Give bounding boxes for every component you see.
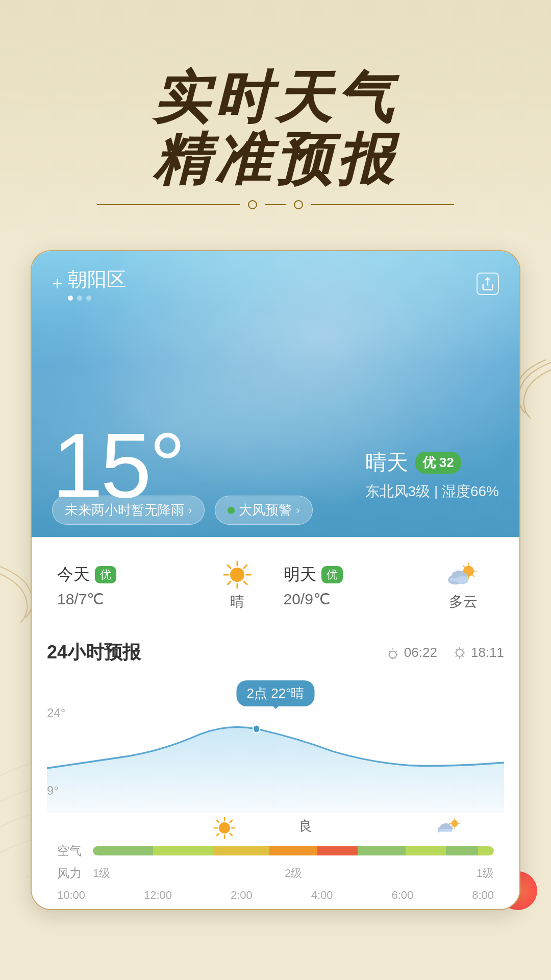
air-quality-label-area: 良 [299, 815, 312, 841]
svg-line-55 [217, 820, 219, 822]
svg-point-40 [456, 649, 463, 656]
sunrise-icon [386, 646, 400, 660]
weather-info-panel: 晴天 优 32 东北风3级 | 湿度66% [365, 448, 499, 501]
wind-label: 风力 [57, 865, 88, 881]
daily-forecast: 今天 优 18/7℃ [42, 547, 509, 624]
temperature-chart-svg [47, 701, 504, 813]
dot-3 [86, 296, 91, 301]
time-1200: 12:00 [144, 889, 172, 902]
y-label-low: 9° [47, 783, 65, 798]
air-seg-5 [317, 846, 358, 855]
wind-levels: 1级 2级 1级 [93, 866, 494, 881]
svg-point-59 [451, 820, 458, 827]
time-axis: 10:00 12:00 2:00 4:00 6:00 8:00 [47, 887, 504, 909]
app-card: + 朝阳区 [31, 250, 520, 910]
forecast-24h-title: 24小时预报 [47, 640, 141, 665]
sunrise-time: 06:22 [386, 645, 437, 660]
svg-line-57 [230, 820, 232, 822]
sunrise-time-value: 06:22 [404, 645, 437, 660]
wind-warning-alert[interactable]: 大风预警 › [215, 496, 312, 525]
temperature-chart: 2点 22°晴 24° 9° [47, 675, 504, 839]
sunrise-sunset-row: 06:22 [386, 645, 504, 660]
aqi-badge: 优 32 [415, 452, 461, 474]
divider-line-left [97, 204, 240, 205]
no-rain-alert[interactable]: 未来两小时暂无降雨 › [52, 496, 205, 525]
weather-top-bar: + 朝阳区 [52, 266, 499, 301]
tomorrow-badge: 优 [321, 566, 343, 583]
svg-line-56 [230, 834, 232, 836]
dot-2 [77, 296, 82, 301]
time-400: 4:00 [311, 889, 333, 902]
hero-title-main: 实时天气 [153, 66, 398, 128]
air-seg-7 [406, 846, 446, 855]
svg-line-47 [462, 655, 464, 657]
svg-point-49 [253, 725, 260, 732]
add-location-icon[interactable]: + [52, 273, 63, 295]
wind-level-3: 2级 [285, 866, 302, 881]
svg-rect-64 [438, 829, 452, 831]
humidity-info: 湿度66% [442, 483, 499, 499]
tomorrow-day-row: 明天 优 [284, 564, 343, 586]
wind-warning-text: 大风预警 [239, 501, 292, 519]
air-seg-2 [153, 846, 213, 855]
location-name: 朝阳区 [68, 266, 126, 292]
weather-detail: 东北风3级 | 湿度66% [365, 482, 499, 501]
chart-cloud-sun-icon [436, 815, 463, 839]
chart-sun-icon [212, 815, 237, 841]
app-card-wrapper: + 朝阳区 [0, 250, 551, 910]
tomorrow-condition: 多云 [449, 592, 478, 611]
arrow-icon-1: › [188, 504, 192, 517]
svg-line-19 [228, 565, 231, 568]
forecast-24h-section: 24小时预报 [32, 628, 519, 909]
location-row: + 朝阳区 [52, 266, 126, 301]
weather-header: + 朝阳区 [32, 251, 519, 537]
svg-line-37 [389, 651, 390, 652]
wind-row: 风力 1级 2级 1级 [47, 863, 504, 887]
aqi-label: 优 [422, 455, 436, 470]
today-label: 今天 [57, 564, 90, 586]
tomorrow-temp: 20/9℃ [284, 590, 331, 608]
svg-point-33 [389, 651, 396, 658]
svg-line-46 [456, 655, 457, 657]
condition-row: 晴天 优 32 [365, 448, 499, 477]
y-label-high: 24° [47, 706, 65, 720]
arrow-icon-2: › [296, 504, 299, 517]
svg-line-38 [395, 651, 397, 652]
today-icon-area: 晴 [207, 559, 268, 611]
forecast-24h-header: 24小时预报 [47, 640, 504, 665]
wind-level-1: 1级 [93, 866, 110, 881]
air-quality-text: 良 [299, 817, 312, 835]
today-day-row: 今天 优 [57, 564, 116, 586]
tomorrow-label: 明天 [284, 564, 316, 586]
dot-1 [68, 296, 73, 301]
sunset-time: 18:11 [453, 645, 504, 660]
svg-point-50 [219, 822, 230, 834]
hero-title-sub: 精准预报 [153, 128, 398, 190]
decorative-divider [0, 200, 551, 209]
time-800: 8:00 [472, 889, 494, 902]
chart-tooltip: 2点 22°晴 [236, 680, 314, 706]
location-info: 朝阳区 [68, 266, 126, 301]
air-label: 空气 [57, 843, 88, 859]
today-condition: 晴 [230, 592, 244, 611]
svg-line-20 [244, 581, 247, 584]
condition-text: 晴天 [365, 448, 408, 477]
divider-circle-left [248, 200, 257, 209]
green-dot-icon [228, 507, 235, 514]
svg-rect-32 [450, 578, 468, 581]
sunset-time-value: 18:11 [471, 645, 504, 660]
svg-line-29 [472, 575, 474, 577]
svg-line-21 [244, 565, 247, 568]
share-icon[interactable] [477, 273, 499, 295]
air-quality-row: 空气 [47, 839, 504, 863]
today-temp: 18/7℃ [57, 590, 104, 608]
svg-line-22 [228, 581, 231, 584]
time-200: 2:00 [231, 889, 253, 902]
page-dots [68, 296, 126, 301]
sun-icon [222, 559, 253, 590]
air-seg-8 [446, 846, 478, 855]
today-forecast: 今天 优 18/7℃ [57, 564, 207, 608]
svg-line-28 [463, 566, 465, 568]
divider-line-short [265, 204, 286, 205]
time-600: 6:00 [391, 889, 413, 902]
